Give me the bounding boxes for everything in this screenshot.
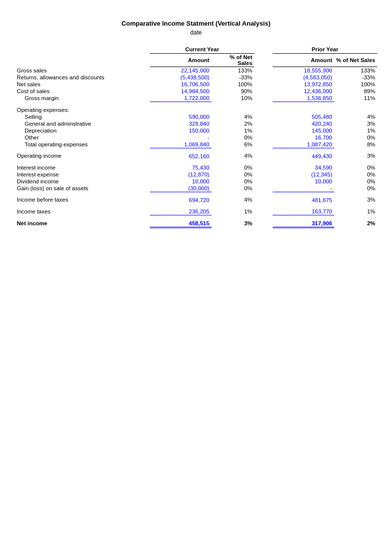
cy-pct (212, 102, 254, 113)
cy-pct: 1% (212, 204, 254, 215)
table-row: Operating expenses: (15, 102, 377, 113)
table-row: General and adminstrative329,8402%420,24… (15, 120, 377, 127)
py-pct: 8% (334, 141, 377, 148)
prior-year-header: Prior Year (273, 46, 377, 54)
cy-amount: 458,515 (150, 215, 212, 227)
cy-amount: 329,840 (150, 120, 212, 127)
column-spacer (254, 113, 273, 120)
cy-amount: 150,000 (150, 127, 212, 134)
py-pct-header: % of Net Sales (334, 54, 377, 67)
row-label: Other (15, 134, 150, 141)
py-amount (273, 102, 334, 113)
cy-amount: 16,706,500 (150, 81, 212, 88)
column-spacer (254, 160, 273, 171)
table-row: Total operating expenses1,069,8406%1,087… (15, 141, 377, 148)
py-pct: 0% (334, 160, 377, 171)
row-label: Income before taxes (15, 192, 150, 204)
cy-amount: 590,000 (150, 113, 212, 120)
row-label: Operating expenses: (15, 102, 150, 113)
py-amount: 1,536,850 (273, 95, 334, 102)
row-label: Gross margin (15, 95, 150, 102)
table-row: Gross sales22,145,000133%18,555,900133% (15, 67, 377, 74)
py-amount: 13,972,850 (273, 81, 334, 88)
py-pct: 3% (334, 120, 377, 127)
row-label: Income taxes (15, 204, 150, 215)
py-pct: 1% (334, 204, 377, 215)
cy-pct: 0% (212, 178, 254, 185)
cy-pct: 0% (212, 134, 254, 141)
py-pct: 0% (334, 178, 377, 185)
report-title: Comparative Income Statment (Vertical An… (15, 20, 377, 27)
column-spacer (254, 88, 273, 95)
py-amount: 18,555,900 (273, 67, 334, 74)
table-row: Gross margin1,722,00010%1,536,85011% (15, 95, 377, 102)
table-row: Returns, allowances and discounts(5,438,… (15, 74, 377, 81)
row-label: Net income (15, 215, 150, 227)
py-amount: 449,430 (273, 148, 334, 160)
py-pct: 89% (334, 88, 377, 95)
row-label: Interest income (15, 160, 150, 171)
column-spacer (254, 127, 273, 134)
py-pct: 100% (334, 81, 377, 88)
cy-amount: 1,069,840 (150, 141, 212, 148)
row-label: Gross sales (15, 67, 150, 74)
py-pct: -33% (334, 74, 377, 81)
table-row: Dividend income10,0000%10,0000% (15, 178, 377, 185)
row-label: Operating income (15, 148, 150, 160)
py-amount: 16,700 (273, 134, 334, 141)
row-label: Total operating expenses (15, 141, 150, 148)
column-spacer (254, 120, 273, 127)
column-spacer (254, 215, 273, 227)
py-pct: 3% (334, 192, 377, 204)
cy-pct: 4% (212, 192, 254, 204)
cy-amount: 236,205 (150, 204, 212, 215)
py-amount-header: Amount (273, 54, 334, 67)
cy-amount: 10,000 (150, 178, 212, 185)
row-label: Gain (loss) on sale of assets (15, 185, 150, 192)
column-spacer (254, 67, 273, 74)
row-label: Selling (15, 113, 150, 120)
py-pct: 2% (334, 215, 377, 227)
row-label: Net sales (15, 81, 150, 88)
cy-pct-header: % of Net Sales (212, 54, 254, 67)
current-year-header: Current Year (150, 46, 254, 54)
column-spacer (254, 141, 273, 148)
table-row: Income before taxes694,7204%481,6753% (15, 192, 377, 204)
cy-amount (150, 102, 212, 113)
cy-pct: 90% (212, 88, 254, 95)
py-amount: 1,087,420 (273, 141, 334, 148)
column-spacer (254, 192, 273, 204)
cy-amount-header: Amount (150, 54, 212, 67)
column-spacer (254, 204, 273, 215)
cy-amount: 652,160 (150, 148, 212, 160)
row-label: Dividend income (15, 178, 150, 185)
column-spacer (254, 81, 273, 88)
py-pct: 1% (334, 127, 377, 134)
cy-pct: 3% (212, 215, 254, 227)
cy-pct: 10% (212, 95, 254, 102)
py-amount: 12,436,000 (273, 88, 334, 95)
cy-amount: 14,984,500 (150, 88, 212, 95)
py-amount: 145,000 (273, 127, 334, 134)
row-label: Returns, allowances and discounts (15, 74, 150, 81)
cy-pct: 6% (212, 141, 254, 148)
py-pct: 3% (334, 148, 377, 160)
column-spacer (254, 178, 273, 185)
py-amount: 505,480 (273, 113, 334, 120)
table-row: Cost of sales14,984,50090%12,436,00089% (15, 88, 377, 95)
cy-pct: 2% (212, 120, 254, 127)
py-pct: 0% (334, 185, 377, 192)
table-row: Income taxes236,2051%163,7701% (15, 204, 377, 215)
cy-amount: 694,720 (150, 192, 212, 204)
py-amount: 10,000 (273, 178, 334, 185)
column-spacer (254, 148, 273, 160)
py-pct: 133% (334, 67, 377, 74)
table-row: Depreciation150,0001%145,0001% (15, 127, 377, 134)
cy-amount: 1,722,000 (150, 95, 212, 102)
column-spacer (254, 134, 273, 141)
cy-amount: 22,145,000 (150, 67, 212, 74)
py-amount: 481,675 (273, 192, 334, 204)
py-amount: (12,345) (273, 171, 334, 178)
cy-pct: 0% (212, 185, 254, 192)
py-pct: 4% (334, 113, 377, 120)
